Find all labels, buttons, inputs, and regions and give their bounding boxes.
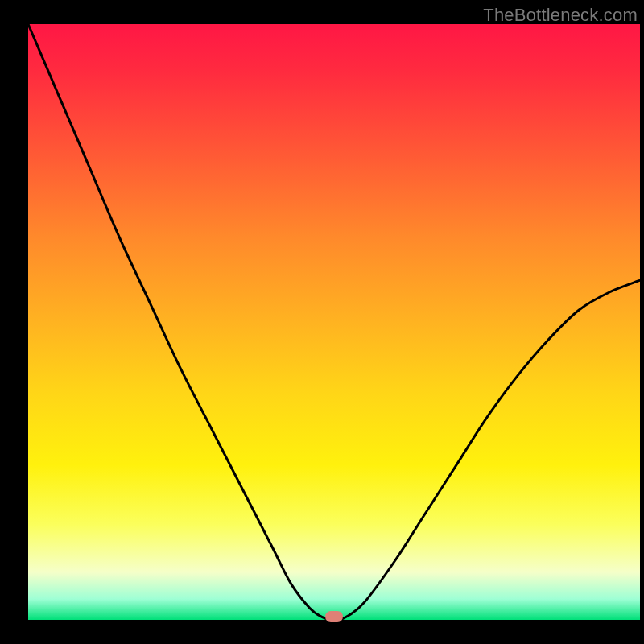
- optimum-marker: [325, 611, 343, 622]
- bottleneck-curve: [28, 24, 640, 620]
- watermark-text: TheBottleneck.com: [483, 5, 638, 26]
- plot-area: [28, 24, 640, 620]
- chart-frame: TheBottleneck.com: [0, 0, 644, 644]
